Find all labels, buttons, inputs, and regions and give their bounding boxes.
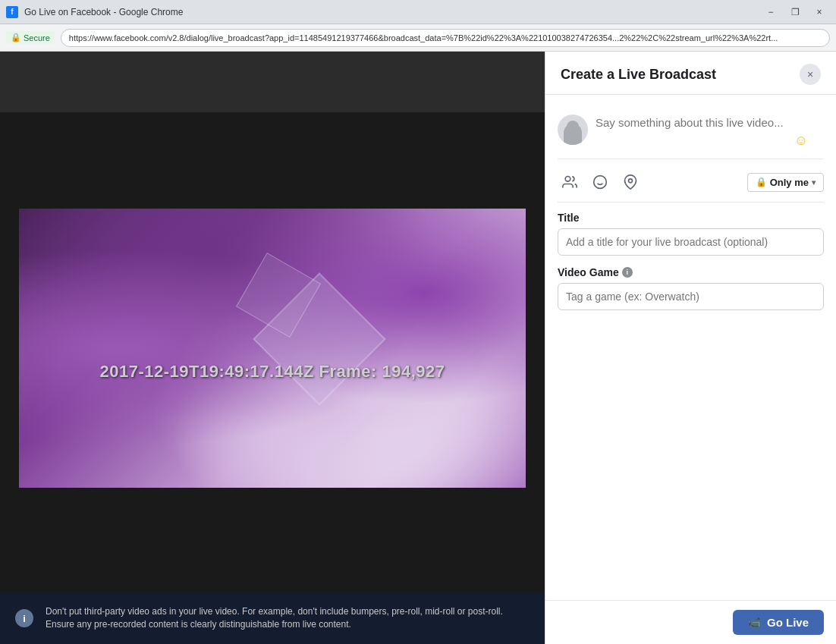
video-area: 2017-12-19T19:49:17.144Z Frame: 194,927 …	[0, 52, 545, 644]
go-live-button[interactable]: 📹 Go Live	[733, 610, 824, 635]
dialog-body: ☺	[545, 95, 836, 600]
minimize-button[interactable]: −	[760, 5, 781, 20]
video-game-input[interactable]	[558, 283, 824, 310]
browser-title: Go Live on Facebook - Google Chrome	[24, 7, 183, 17]
secure-badge: 🔒 Secure	[6, 31, 55, 44]
audience-selector-button[interactable]: 🔒 Only me ▾	[747, 173, 824, 192]
main-content: 2017-12-19T19:49:17.144Z Frame: 194,927 …	[0, 52, 836, 644]
svg-point-1	[594, 176, 607, 189]
dialog-title: Create a Live Broadcast	[561, 67, 716, 83]
dialog-panel: Create a Live Broadcast × ☺	[545, 52, 836, 644]
audience-lock-icon: 🔒	[756, 177, 767, 187]
video-game-label: Video Game i	[558, 266, 824, 278]
tool-icons	[558, 170, 643, 194]
svg-point-4	[629, 179, 633, 183]
composer-wrapper: ☺	[558, 107, 824, 159]
go-live-video-icon: 📹	[748, 617, 761, 629]
browser-controls: − ❐ ×	[760, 5, 830, 20]
audience-label: Only me	[770, 177, 809, 188]
browser-addressbar: 🔒 Secure https://www.facebook.com/v2.8/d…	[0, 24, 836, 52]
title-label: Title	[558, 212, 824, 224]
video-background	[19, 209, 526, 488]
emoji-icon-bottom[interactable]: ☺	[790, 130, 812, 151]
close-button[interactable]: ×	[809, 5, 830, 20]
svg-point-0	[565, 177, 570, 182]
title-form-group: Title	[558, 212, 824, 256]
location-button[interactable]	[618, 170, 643, 194]
tag-people-button[interactable]	[558, 170, 582, 194]
secure-label: Secure	[24, 33, 50, 42]
title-input[interactable]	[558, 228, 824, 256]
browser-favicon: f	[6, 6, 18, 18]
video-timestamp-text: 2017-12-19T19:49:17.144Z Frame: 194,927	[25, 362, 520, 382]
restore-button[interactable]: ❐	[784, 5, 806, 20]
composer-area	[558, 115, 824, 148]
emoji-button[interactable]	[588, 170, 612, 194]
fb-header-bar	[0, 52, 545, 112]
composer-tools: 🔒 Only me ▾	[558, 167, 824, 203]
browser-titlebar: f Go Live on Facebook - Google Chrome − …	[0, 0, 836, 24]
info-bar-text: Don't put third-party video ads in your …	[46, 605, 530, 631]
dialog-footer: 📹 Go Live	[545, 600, 836, 644]
composer-input[interactable]	[596, 115, 824, 148]
avatar	[558, 115, 588, 145]
video-frame: 2017-12-19T19:49:17.144Z Frame: 194,927	[19, 209, 526, 488]
dialog-close-button[interactable]: ×	[800, 64, 821, 85]
go-live-label: Go Live	[767, 616, 809, 629]
video-info-bar: i Don't put third-party video ads in you…	[0, 592, 545, 644]
video-game-form-group: Video Game i	[558, 266, 824, 310]
lock-icon: 🔒	[11, 33, 21, 42]
video-game-info-icon[interactable]: i	[622, 267, 633, 278]
address-bar[interactable]: https://www.facebook.com/v2.8/dialog/liv…	[61, 29, 830, 47]
info-icon: i	[15, 609, 33, 627]
audience-chevron-icon: ▾	[812, 178, 816, 187]
dialog-header: Create a Live Broadcast ×	[545, 52, 836, 95]
